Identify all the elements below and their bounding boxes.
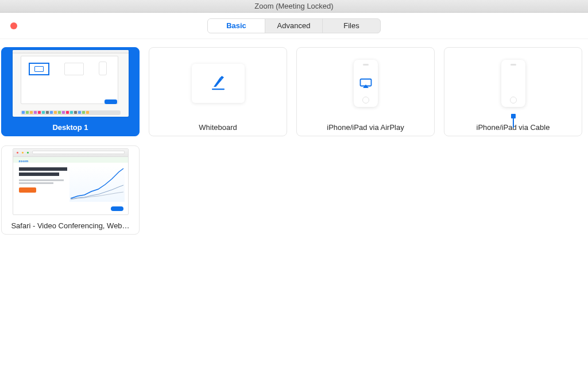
- window-title: Zoom (Meeting Locked): [254, 2, 333, 10]
- whiteboard-thumbnail: [149, 48, 287, 118]
- airplay-icon: [359, 78, 372, 89]
- tab-advanced-label: Advanced: [277, 21, 311, 30]
- phone-frame-icon: [501, 60, 525, 107]
- tab-basic-label: Basic: [226, 21, 246, 30]
- airplay-thumbnail: [297, 48, 434, 118]
- cable-thumbnail: [444, 48, 582, 118]
- marker-icon: [208, 74, 228, 93]
- share-option-desktop-1[interactable]: Desktop 1: [1, 47, 140, 136]
- whiteboard-panel: [192, 64, 245, 103]
- top-toolbar: Basic Advanced Files: [0, 13, 588, 39]
- share-option-label: Whiteboard: [149, 118, 287, 136]
- share-option-label: Safari - Video Conferencing, Web…: [2, 217, 139, 234]
- share-option-airplay[interactable]: iPhone/iPad via AirPlay: [296, 47, 435, 136]
- share-option-safari[interactable]: zoom: [1, 145, 140, 235]
- share-screen-panel: Basic Advanced Files: [0, 13, 588, 368]
- tab-files-label: Files: [343, 21, 359, 30]
- svg-rect-0: [212, 89, 225, 90]
- zoom-logo-text: zoom: [19, 159, 29, 163]
- share-mode-tabs: Basic Advanced Files: [207, 18, 381, 33]
- tab-basic[interactable]: Basic: [208, 19, 265, 33]
- svg-marker-1: [214, 78, 222, 87]
- share-option-cable[interactable]: iPhone/iPad via Cable: [444, 47, 582, 136]
- share-options-grid: Desktop 1 Whiteboard: [0, 39, 588, 235]
- share-option-label: Desktop 1: [2, 118, 139, 136]
- recording-indicator-icon: [10, 22, 17, 29]
- share-option-whiteboard[interactable]: Whiteboard: [149, 47, 287, 136]
- desktop-1-thumbnail: [2, 48, 139, 118]
- share-option-label: iPhone/iPad via AirPlay: [297, 118, 434, 136]
- safari-thumbnail: zoom: [2, 146, 139, 217]
- tab-files[interactable]: Files: [323, 19, 380, 33]
- tab-advanced[interactable]: Advanced: [265, 19, 323, 33]
- safari-window-preview: zoom: [13, 148, 129, 215]
- phone-frame-icon: [354, 60, 378, 107]
- window-titlebar: Zoom (Meeting Locked): [0, 0, 588, 13]
- cable-line-icon: [513, 117, 514, 128]
- desktop-preview: [13, 50, 129, 117]
